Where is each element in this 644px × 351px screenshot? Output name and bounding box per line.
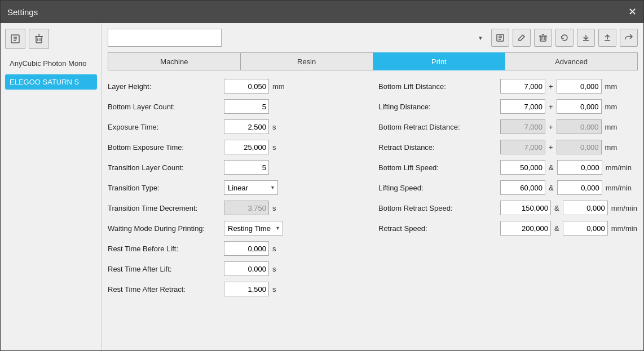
svg-rect-4 [36,37,42,43]
retract-distance-input2[interactable] [557,140,602,154]
bottom-exposure-time-input[interactable] [224,140,269,154]
lifting-distance-input2[interactable] [557,99,602,114]
content-area: AnyCubic Photon Mono ELEGOO SATURN S Any… [1,23,643,350]
rest-after-retract-input[interactable] [224,282,269,296]
lifting-speed-input2[interactable] [557,180,602,195]
waiting-mode-row: Waiting Mode During Printing: Resting Ti… [108,219,367,237]
rest-after-lift-row: Rest Time After Lift: s [108,260,367,278]
bottom-retract-distance-row: Bottom Retract Distance: + mm [378,118,638,136]
share-button[interactable] [620,29,638,47]
tab-machine[interactable]: Machine [108,52,241,70]
edit-icon-button[interactable] [513,29,531,47]
bottom-retract-speed-unit: mm/min [611,204,637,212]
exposure-time-row: Exposure Time: s [108,118,367,136]
preset-wrapper: Anycubic Basic (Gray) [108,29,488,47]
left-form-col: Layer Height: mm Bottom Layer Count: Exp… [108,77,367,345]
layer-height-unit: mm [272,82,289,91]
bottom-retract-speed-row: Bottom Retract Speed: & mm/min [378,199,638,217]
waiting-mode-select[interactable]: Resting Time No Wait [224,221,283,236]
bottom-retract-speed-label: Bottom Retract Speed: [378,204,497,212]
export-up-button[interactable] [598,29,616,47]
tab-advanced[interactable]: Advanced [505,52,638,70]
retract-speed-row: Retract Speed: & mm/min [378,219,638,237]
waiting-mode-label: Waiting Mode During Printing: [108,224,220,233]
retract-speed-unit: mm/min [611,224,637,233]
bottom-exposure-time-unit: s [272,143,289,152]
bottom-lift-distance-input1[interactable] [500,79,545,94]
lifting-speed-row: Lifting Speed: & mm/min [378,179,638,197]
lifting-speed-input1[interactable] [500,180,545,195]
exposure-time-unit: s [272,123,289,131]
sidebar-item-elegoo[interactable]: ELEGOO SATURN S [5,74,97,90]
retract-speed-sep: & [554,224,559,233]
rest-before-lift-label: Rest Time Before Lift: [108,245,220,253]
rest-after-retract-label: Rest Time After Retract: [108,285,220,294]
bottom-retract-speed-input2[interactable] [563,201,608,215]
bottom-retract-distance-unit: mm [605,123,622,131]
retract-distance-row: Retract Distance: + mm [378,138,638,156]
close-button[interactable]: ✕ [628,7,637,17]
retract-distance-unit: mm [605,143,622,152]
layer-height-input[interactable] [224,79,269,94]
bottom-lift-distance-unit: mm [605,82,622,91]
bottom-lift-speed-input1[interactable] [500,160,545,175]
add-profile-button[interactable] [5,29,25,49]
transition-time-decrement-unit: s [272,204,289,212]
rest-after-lift-input[interactable] [224,261,269,276]
transition-time-decrement-label: Transition Time Decrement: [108,204,220,212]
bottom-lift-speed-input2[interactable] [557,160,602,175]
tab-print[interactable]: Print [373,52,506,70]
settings-window: Settings ✕ [0,0,644,351]
rest-before-lift-input[interactable] [224,241,269,256]
transition-type-label: Transition Type: [108,184,220,192]
bottom-lift-distance-input2[interactable] [557,79,602,94]
reset-icon-button[interactable] [555,29,574,47]
top-toolbar: Anycubic Basic (Gray) [108,29,638,47]
retract-distance-input1[interactable] [500,140,545,154]
title-bar: Settings ✕ [1,1,643,23]
bottom-lift-speed-unit: mm/min [606,163,632,172]
rest-before-lift-row: Rest Time Before Lift: s [108,239,367,257]
rest-after-lift-label: Rest Time After Lift: [108,265,220,273]
layer-height-label: Layer Height: [108,82,220,91]
bottom-lift-distance-label: Bottom Lift Distance: [378,82,497,91]
bottom-retract-distance-sep: + [549,123,553,131]
bottom-exposure-time-label: Bottom Exposure Time: [108,143,220,152]
lifting-distance-unit: mm [605,103,622,111]
exposure-time-label: Exposure Time: [108,123,220,131]
retract-speed-input2[interactable] [563,221,608,236]
preset-input[interactable]: Anycubic Basic (Gray) [108,29,222,47]
bottom-lift-speed-row: Bottom Lift Speed: & mm/min [378,158,638,176]
transition-type-select[interactable]: Linear Exponential [224,180,278,195]
transition-time-decrement-row: Transition Time Decrement: s [108,199,367,217]
tab-resin[interactable]: Resin [241,52,373,70]
bottom-retract-distance-label: Bottom Retract Distance: [378,123,497,131]
import-down-button[interactable] [577,29,595,47]
rest-after-retract-unit: s [272,285,289,294]
bottom-retract-distance-input2[interactable] [557,119,602,134]
lifting-distance-row: Lifting Distance: + mm [378,97,638,115]
lifting-distance-input1[interactable] [500,99,545,114]
bottom-layer-count-input[interactable] [224,99,269,114]
exposure-time-input[interactable] [224,119,269,134]
transition-layer-count-input[interactable] [224,160,269,175]
sidebar-item-anycubic[interactable]: AnyCubic Photon Mono [5,56,97,71]
bottom-retract-distance-input1[interactable] [500,119,545,134]
delete-profile-button[interactable] [29,29,49,49]
delete-icon-button[interactable] [534,29,552,47]
sidebar: AnyCubic Photon Mono ELEGOO SATURN S [1,23,102,350]
retract-speed-input1[interactable] [500,221,551,236]
bottom-lift-speed-sep: & [549,163,554,172]
bottom-retract-speed-input1[interactable] [500,201,551,215]
right-form-col: Bottom Lift Distance: + mm Lifting Dista… [378,77,638,345]
main-content: Anycubic Basic (Gray) [102,23,643,350]
layer-height-row: Layer Height: mm [108,77,367,95]
transition-type-row: Transition Type: Linear Exponential [108,179,367,197]
lifting-distance-sep: + [549,103,553,111]
transition-time-decrement-input[interactable] [224,201,269,215]
rest-before-lift-unit: s [272,245,289,253]
form-area: Layer Height: mm Bottom Layer Count: Exp… [108,77,638,345]
new-icon-button[interactable] [491,29,509,47]
bottom-exposure-time-row: Bottom Exposure Time: s [108,138,367,156]
retract-distance-sep: + [549,143,553,152]
